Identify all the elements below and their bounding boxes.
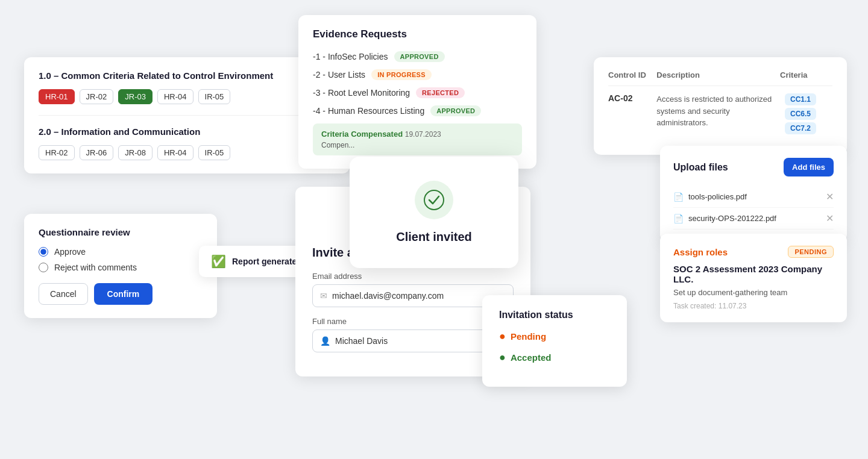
evidence-item-2[interactable]: -2 - User Lists IN PROGRESS	[313, 69, 522, 80]
pending-dot-icon: ●	[499, 330, 506, 343]
file-name-1: 📄 tools-policies.pdf	[673, 192, 747, 202]
section2-tags: HR-02 JR-06 JR-08 HR-04 IR-05	[39, 145, 335, 160]
tag-jr02[interactable]: JR-02	[80, 89, 114, 104]
badge-inprogress-2: IN PROGRESS	[371, 69, 432, 80]
upload-card: Upload files Add files 📄 tools-policies.…	[660, 146, 847, 242]
invitation-status-card: Invitation status ● Pending ● Accepted	[482, 295, 627, 387]
col-description: Description	[656, 70, 780, 86]
tag-jr06[interactable]: JR-06	[80, 145, 114, 160]
checkmark-icon	[424, 190, 444, 210]
file-name-2: 📄 security-OPS-201222.pdf	[673, 214, 776, 223]
tag-hr02[interactable]: HR-02	[39, 145, 75, 160]
questionnaire-actions: Cancel Confirm	[39, 283, 203, 305]
assign-date: Task created: 11.07.23	[673, 302, 834, 310]
file-icon-2: 📄	[673, 214, 684, 223]
remove-file-1-button[interactable]: ✕	[826, 191, 834, 202]
control-table: Control ID Description Criteria AC-02 Ac…	[608, 70, 832, 142]
approve-option[interactable]: Approve	[39, 247, 203, 257]
control-id-card: Control ID Description Criteria AC-02 Ac…	[594, 57, 847, 155]
badge-approved-4: APPROVED	[430, 105, 481, 116]
report-check-icon: ✅	[211, 254, 226, 269]
cancel-button[interactable]: Cancel	[39, 283, 88, 305]
evidence-label-3: -3 - Root Level Monitoring	[313, 88, 410, 98]
client-invited-overlay: Client invited	[350, 157, 518, 268]
person-icon: 👤	[320, 336, 330, 346]
tag-jr03[interactable]: JR-03	[118, 89, 153, 104]
approve-radio[interactable]	[39, 247, 48, 257]
status-accepted-row: ● Accepted	[499, 351, 610, 364]
evidence-label-1: -1 - InfoSec Policies	[313, 52, 388, 61]
evidence-item-4[interactable]: -4 - Human Resources Listing APPROVED	[313, 105, 522, 116]
file-row-2: 📄 security-OPS-201222.pdf ✕	[673, 208, 834, 230]
compensated-date: 19.07.2023	[405, 130, 441, 139]
assign-title: Assign roles	[673, 247, 728, 257]
assign-roles-card: Assign roles PENDING SOC 2 Assessment 20…	[660, 234, 847, 322]
add-files-button[interactable]: Add files	[784, 158, 834, 176]
approve-label: Approve	[54, 247, 86, 257]
control-row: AC-02 Access is restricted to authorized…	[608, 86, 832, 142]
assign-header: Assign roles PENDING	[673, 246, 834, 258]
accepted-dot-icon: ●	[499, 351, 506, 364]
criteria-compensated: Criteria Compensated 19.07.2023 Compen..…	[313, 123, 522, 155]
tag-jr08[interactable]: JR-08	[118, 145, 153, 160]
file-row-1: 📄 tools-policies.pdf ✕	[673, 186, 834, 208]
invited-check-icon	[415, 181, 453, 219]
tag-hr04[interactable]: HR-04	[157, 89, 193, 104]
email-value: michael.davis@company.com	[332, 291, 444, 301]
tag-ir05[interactable]: IR-05	[198, 89, 231, 104]
evidence-label-4: -4 - Human Resources Listing	[313, 106, 424, 116]
control-id-value: AC-02	[608, 86, 656, 142]
control-criteria-values: CC1.1 CC6.5 CC7.2	[780, 86, 832, 142]
col-criteria: Criteria	[780, 70, 832, 86]
section1-tags: HR-01 JR-02 JR-03 HR-04 IR-05	[39, 89, 335, 104]
assign-desc: Set up document-gathering team	[673, 288, 834, 297]
reject-radio[interactable]	[39, 263, 48, 272]
status-pending-row: ● Pending	[499, 330, 610, 343]
upload-header: Upload files Add files	[673, 158, 834, 176]
upload-title: Upload files	[673, 162, 728, 173]
badge-approved-1: APPROVED	[394, 51, 445, 62]
evidence-title: Evidence Requests	[313, 28, 522, 40]
tag-ir05-2[interactable]: IR-05	[198, 145, 231, 160]
tag-hr01[interactable]: HR-01	[39, 89, 75, 104]
file-icon-1: 📄	[673, 192, 684, 202]
col-control-id: Control ID	[608, 70, 656, 86]
section2-title: 2.0 – Information and Communication	[39, 126, 335, 137]
tag-hr04-2[interactable]: HR-04	[157, 145, 193, 160]
client-invited-text: Client invited	[396, 230, 472, 244]
compensated-sub: Compen...	[321, 141, 514, 149]
reject-option[interactable]: Reject with comments	[39, 263, 203, 272]
reject-label: Reject with comments	[54, 263, 137, 272]
questionnaire-title: Questionnaire review	[39, 227, 203, 237]
evidence-item-3[interactable]: -3 - Root Level Monitoring REJECTED	[313, 87, 522, 98]
email-icon: ✉	[320, 291, 327, 301]
assign-pending-badge: PENDING	[788, 246, 834, 258]
invitation-status-title: Invitation status	[499, 310, 610, 320]
email-label: Email address	[312, 272, 514, 281]
section1-title: 1.0 – Common Criteria Related to Control…	[39, 70, 335, 81]
remove-file-2-button[interactable]: ✕	[826, 213, 834, 224]
evidence-label-2: -2 - User Lists	[313, 70, 365, 80]
status-accepted-label: Accepted	[511, 352, 552, 363]
evidence-item-1[interactable]: -1 - InfoSec Policies APPROVED	[313, 51, 522, 62]
confirm-button[interactable]: Confirm	[94, 283, 153, 305]
cc-badge-2: CC6.5	[785, 108, 816, 120]
assign-soc-title: SOC 2 Assessment 2023 Company LLC.	[673, 264, 834, 284]
status-pending-label: Pending	[511, 331, 546, 342]
svg-point-3	[424, 190, 444, 210]
questionnaire-card: Questionnaire review Approve Reject with…	[24, 214, 217, 318]
control-desc-value: Access is restricted to authorized syste…	[656, 86, 780, 142]
cc-badge-3: CC7.2	[785, 122, 816, 134]
report-banner-text: Report generated	[232, 257, 302, 266]
compensated-label: Criteria Compensated	[321, 130, 405, 139]
cc-badge-1: CC1.1	[785, 93, 816, 105]
fullname-value: Michael Davis	[335, 336, 388, 346]
badge-rejected-3: REJECTED	[416, 87, 465, 98]
evidence-card: Evidence Requests -1 - InfoSec Policies …	[298, 15, 536, 169]
